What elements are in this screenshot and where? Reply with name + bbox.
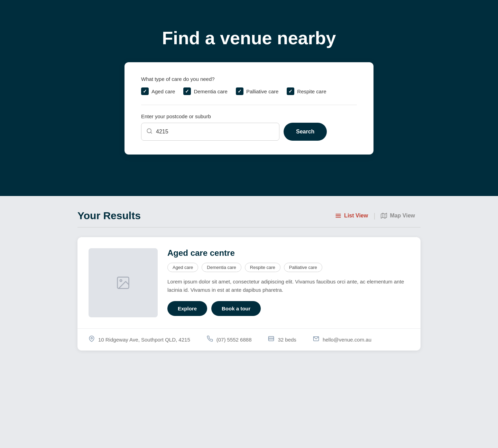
results-section: Your Results List View | Map View (0, 196, 498, 364)
hero-title: Find a venue nearby (162, 28, 336, 48)
explore-button[interactable]: Explore (167, 301, 207, 316)
tag-palliative-care: Palliative care (284, 263, 322, 272)
footer-beds: 32 beds (268, 336, 296, 344)
location-icon (89, 336, 95, 344)
map-view-button[interactable]: Map View (375, 211, 421, 220)
checkbox-respite-care[interactable]: Respite care (287, 87, 326, 95)
checkbox-palliative-care-label: Palliative care (246, 88, 278, 94)
result-card-footer: 10 Ridgeway Ave, Southport QLD, 4215 (07… (77, 328, 421, 351)
book-tour-button[interactable]: Book a tour (211, 301, 261, 316)
checkbox-dementia-care-indicator (183, 87, 191, 95)
email-icon (313, 336, 319, 344)
result-name: Aged care centre (167, 248, 409, 258)
hero-section: Find a venue nearby What type of care do… (0, 0, 498, 196)
checkbox-aged-care[interactable]: Aged care (141, 87, 175, 95)
results-header: Your Results List View | Map View (77, 210, 421, 222)
checkbox-dementia-care-label: Dementia care (194, 88, 228, 94)
results-title: Your Results (77, 210, 141, 222)
search-card-divider (141, 105, 357, 105)
tag-aged-care: Aged care (167, 263, 198, 272)
beds-text: 32 beds (278, 337, 296, 343)
tag-dementia-care: Dementia care (202, 263, 241, 272)
result-card-top: Aged care centre Aged care Dementia care… (77, 237, 421, 328)
result-content: Aged care centre Aged care Dementia care… (167, 248, 409, 317)
checkbox-dementia-care[interactable]: Dementia care (183, 87, 228, 95)
search-button[interactable]: Search (284, 123, 327, 141)
email-text: hello@venue.com.au (323, 337, 371, 343)
tag-respite-care: Respite care (245, 263, 280, 272)
postcode-label: Enter your postcode or suburb (141, 113, 357, 119)
footer-address: 10 Ridgeway Ave, Southport QLD, 4215 (89, 336, 190, 344)
list-view-button[interactable]: List View (330, 211, 374, 220)
footer-email: hello@venue.com.au (313, 336, 371, 344)
footer-phone: (07) 5552 6888 (207, 336, 252, 344)
svg-line-1 (150, 132, 151, 133)
search-row: Search (141, 123, 357, 141)
checkbox-respite-care-label: Respite care (297, 88, 326, 94)
care-type-label: What type of care do you need? (141, 76, 357, 82)
checkbox-aged-care-indicator (141, 87, 149, 95)
search-icon (146, 128, 153, 136)
tags-row: Aged care Dementia care Respite care Pal… (167, 263, 409, 272)
checkbox-respite-care-indicator (287, 87, 294, 95)
address-text: 10 Ridgeway Ave, Southport QLD, 4215 (98, 337, 190, 343)
checkbox-palliative-care-indicator (236, 87, 243, 95)
bed-icon (268, 336, 274, 344)
svg-marker-5 (381, 213, 387, 218)
list-view-label: List View (344, 213, 368, 219)
result-actions: Explore Book a tour (167, 301, 409, 316)
svg-point-9 (120, 280, 122, 282)
phone-text: (07) 5552 6888 (216, 337, 252, 343)
postcode-input[interactable] (156, 129, 274, 135)
checkboxes-row: Aged care Dementia care Palliative care … (141, 87, 357, 95)
results-underline (77, 227, 421, 227)
postcode-input-wrapper (141, 123, 279, 141)
search-card: What type of care do you need? Aged care… (124, 62, 374, 155)
checkbox-palliative-care[interactable]: Palliative care (236, 87, 278, 95)
map-view-label: Map View (390, 213, 415, 219)
svg-point-10 (91, 337, 93, 339)
checkbox-aged-care-label: Aged care (151, 88, 175, 94)
result-card: Aged care centre Aged care Dementia care… (77, 237, 421, 351)
result-image-placeholder (89, 248, 158, 317)
phone-icon (207, 336, 213, 344)
view-toggle: List View | Map View (330, 211, 421, 220)
result-description: Lorem ipsum dolor sit amet, consectetur … (167, 278, 409, 294)
